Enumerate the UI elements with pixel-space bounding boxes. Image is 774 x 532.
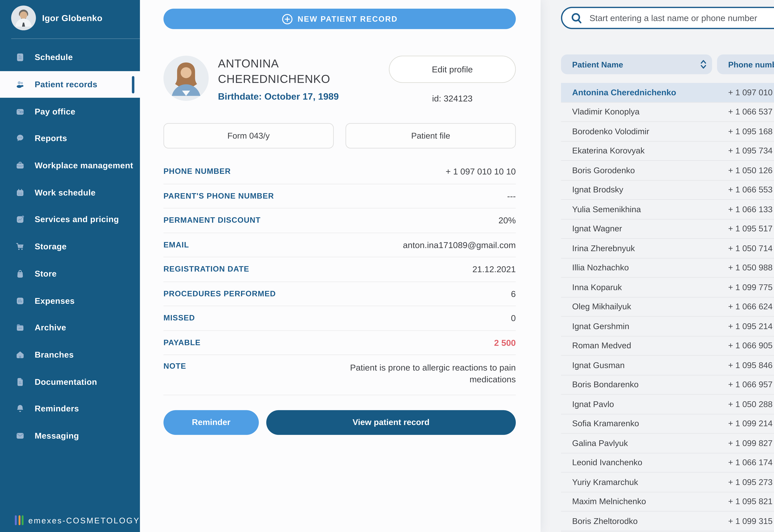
field-value: 6	[511, 289, 516, 299]
column-label: Patient Name	[572, 60, 623, 69]
sidebar-item-branches[interactable]: Branches	[0, 341, 140, 368]
phone-cell: + 1 050 988 13 72	[717, 263, 774, 272]
table-row[interactable]: Ignat Wagner + 1 095 517 93 43 21 000 0	[561, 219, 774, 239]
table-row[interactable]: Roman Medved + 1 066 905 12 23 2 000 2 0…	[561, 336, 774, 356]
field-label: PARENT'S PHONE NUMBER	[163, 192, 274, 200]
table-row[interactable]: Vladimir Konoplya + 1 066 537 27 16 13 5…	[561, 102, 774, 122]
user-profile[interactable]: Igor Globenko	[0, 0, 140, 30]
sidebar-item-work-schedule[interactable]: Work schedule	[0, 179, 140, 206]
sidebar: Igor Globenko Schedule Patient records P…	[0, 0, 140, 532]
table-row[interactable]: Inna Koparuk + 1 099 775 71 88 9 550 3 5…	[561, 278, 774, 297]
table-row[interactable]: Ignat Pavlo + 1 050 288 91 14 73 500 0	[561, 395, 774, 414]
patient-id: id: 324123	[432, 93, 473, 103]
new-patient-record-button[interactable]: NEW PATIENT RECORD	[163, 9, 516, 29]
table-column-header[interactable]: Patient Name	[561, 54, 712, 74]
sidebar-item-store[interactable]: Store	[0, 260, 140, 287]
table-row[interactable]: Boris Bondarenko + 1 066 957 22 94 8 000…	[561, 375, 774, 395]
view-patient-record-button[interactable]: View patient record	[266, 410, 516, 435]
patient-name-cell: Ignat Gershmin	[561, 322, 712, 331]
table-row[interactable]: Sofia Kramarenko + 1 099 214 28 14 11 00…	[561, 414, 774, 434]
field-label: PHONE NUMBER	[163, 167, 231, 176]
phone-cell: + 1 095 821 89 31	[717, 497, 774, 506]
field-row: PROCEDURES PERFORMED 6	[163, 282, 516, 306]
sidebar-item-label: Patient records	[35, 80, 97, 89]
table-row[interactable]: Ignat Brodsky + 1 066 553 82 19 2 550 55…	[561, 180, 774, 200]
phone-cell: + 1 099 827 20 77	[717, 438, 774, 448]
table-row[interactable]: Borodenko Volodimir + 1 095 168 14 47 3 …	[561, 122, 774, 141]
sidebar-item-schedule[interactable]: Schedule	[0, 44, 140, 71]
table-column-header[interactable]: Phone number	[717, 54, 774, 74]
sidebar-item-label: Messaging	[35, 431, 79, 440]
sidebar-item-label: Pay office	[35, 107, 75, 116]
patient-file-button[interactable]: Patient file	[346, 123, 516, 148]
user-avatar	[11, 6, 36, 30]
sidebar-item-archive[interactable]: Archive	[0, 314, 140, 341]
sidebar-item-services-and-pricing[interactable]: Services and pricing	[0, 206, 140, 233]
table-row[interactable]: Boris Gorodenko + 1 050 126 14 67 4 800 …	[561, 161, 774, 180]
phone-cell: + 1 066 553 82 19	[717, 185, 774, 194]
phone-cell: + 1 099 214 28 14	[717, 419, 774, 428]
field-value: 2 500	[494, 338, 516, 348]
table-row[interactable]: Ekaterina Korovyak + 1 095 734 91 63 63 …	[561, 141, 774, 161]
reminder-button[interactable]: Reminder	[163, 410, 259, 435]
envelope-icon	[15, 431, 25, 441]
table-row[interactable]: Oleg Mikhailyuk + 1 066 624 15 73 55 000…	[561, 297, 774, 317]
sidebar-item-label: Workplace management	[35, 161, 133, 170]
sidebar-item-label: Branches	[35, 350, 74, 359]
table-row[interactable]: Maxim Melnichenko + 1 095 821 89 31 4 50…	[561, 492, 774, 512]
patient-name-cell: Boris Gorodenko	[561, 166, 712, 175]
patient-name-cell: Oleg Mikhailyuk	[561, 302, 712, 311]
table-row[interactable]: Ignat Gershmin + 1 095 214 43 90 55 000 …	[561, 317, 774, 336]
table-row[interactable]: Illia Nozhachko + 1 050 988 13 72 8 000 …	[561, 258, 774, 278]
sidebar-item-storage[interactable]: Storage	[0, 233, 140, 260]
field-row: PAYABLE 2 500	[163, 331, 516, 355]
sidebar-item-reminders[interactable]: Reminders	[0, 395, 140, 422]
table-row[interactable]: Taras Sereda + 1 050 241 55 75 9 000 3 0…	[561, 531, 774, 532]
sort-icon[interactable]	[700, 59, 707, 69]
phone-cell: + 1 050 126 14 67	[717, 166, 774, 175]
sidebar-item-workplace-management[interactable]: Workplace management	[0, 152, 140, 179]
sidebar-item-pay-office[interactable]: Pay office	[0, 98, 140, 125]
patient-name-cell: Illia Nozhachko	[561, 263, 712, 272]
logo-bar-icon	[22, 515, 24, 525]
patient-name-cell: Vladimir Konoplya	[561, 107, 712, 116]
search-icon	[571, 12, 583, 24]
table-row[interactable]: Ignat Gusman + 1 095 846 27 92 4 000 0	[561, 356, 774, 375]
patient-name-cell: Boris Bondarenko	[561, 380, 712, 389]
sidebar-menu: Schedule Patient records Pay office Repo…	[0, 44, 140, 449]
table-row[interactable]: Leonid Ivanchenko + 1 066 174 83 55 25 5…	[561, 453, 774, 473]
table-row[interactable]: Galina Pavlyuk + 1 099 827 20 77 80 000 …	[561, 434, 774, 453]
form-043-button[interactable]: Form 043/y	[163, 123, 334, 148]
home-icon	[15, 350, 25, 360]
table-row[interactable]: Antonina Cherednichenko + 1 097 010 10 1…	[561, 83, 774, 102]
sidebar-item-patient-records[interactable]: Patient records	[0, 71, 140, 98]
logo-text: emexes-COSMETOLOGY	[28, 516, 140, 525]
sidebar-item-reports[interactable]: Reports	[0, 125, 140, 152]
table-row[interactable]: Boris Zheltorodko + 1 099 315 89 89 62 0…	[561, 512, 774, 531]
phone-cell: + 1 066 174 83 55	[717, 458, 774, 467]
sidebar-item-label: Work schedule	[35, 188, 96, 197]
sidebar-item-expenses[interactable]: Expenses	[0, 287, 140, 314]
calendar-icon	[15, 187, 25, 198]
chart-icon	[15, 214, 25, 225]
patient-name-cell: Borodenko Volodimir	[561, 127, 712, 136]
sidebar-item-label: Storage	[35, 242, 67, 251]
edit-profile-button[interactable]: Edit profile	[389, 56, 516, 83]
sidebar-item-messaging[interactable]: Messaging	[0, 422, 140, 449]
search-input[interactable]	[588, 12, 774, 24]
barchart-icon	[15, 295, 25, 306]
search-bar[interactable]	[561, 7, 774, 29]
phone-cell: + 1 095 846 27 92	[717, 360, 774, 370]
field-label: PROCEDURES PERFORMED	[163, 289, 276, 298]
patient-name-cell: Ignat Pavlo	[561, 399, 712, 409]
table-row[interactable]: Irina Zherebnyuk + 1 050 714 16 78 3 000…	[561, 239, 774, 258]
sidebar-item-documentation[interactable]: Documentation	[0, 368, 140, 395]
patient-name-cell: Galina Pavlyuk	[561, 438, 712, 448]
field-row: MISSED 0	[163, 306, 516, 331]
patient-name-cell: Yulia Semenikhina	[561, 205, 712, 214]
table-row[interactable]: Yulia Semenikhina + 1 066 133 15 65 7 50…	[561, 200, 774, 219]
sidebar-item-label: Reminders	[35, 404, 79, 413]
table-row[interactable]: Yuriy Kramarchuk + 1 095 273 15 71 3 000…	[561, 473, 774, 492]
field-label: PAYABLE	[163, 338, 201, 347]
sidebar-item-label: Store	[35, 269, 57, 278]
